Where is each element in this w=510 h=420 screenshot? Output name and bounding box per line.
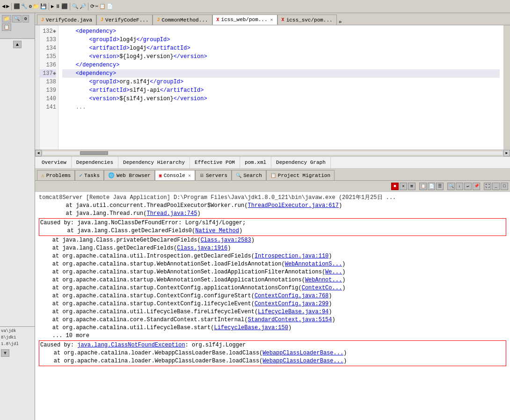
code-line-134: <artifactId>log4j</artifactId> [62,44,500,52]
sidebar-down-arrow[interactable]: ▼ [1,349,9,357]
line-num-134: 134 [40,44,56,52]
error-box-2: Caused by: java.lang.ClassNotFoundExcept… [39,340,506,366]
follow-btn[interactable]: ↓ [456,183,463,190]
link-lifecyclebase-150[interactable]: LifecycleBase.java:150 [214,324,288,331]
h-scroll-track[interactable] [43,151,503,155]
link-threadpoolexecutor[interactable]: ThreadPoolExecutor.java:617 [248,202,338,209]
toolbar-icon-7[interactable]: 💾 [40,3,47,9]
console-line-webapploader-1: at org.apache.catalina.loader.WebappClas… [40,349,505,357]
console-line-1: at java.util.concurrent.ThreadPoolExecut… [39,202,506,210]
select-all-btn[interactable]: ☰ [436,183,444,190]
text-log4j-artifactid: log4j [130,45,146,52]
minimize-btn[interactable]: _ [492,183,500,190]
sidebar-icon-3[interactable]: ⚙ [22,15,29,22]
sidebar-icon-1[interactable]: 📁 [2,15,11,22]
v-scrollbar[interactable] [503,25,510,149]
console-tab-web-browser[interactable]: 🌐 Web Browser [104,170,155,180]
toolbar-icon-8[interactable]: ▶ [51,3,54,9]
tabs-overflow-button[interactable]: » [337,19,344,25]
console-tab-search[interactable]: 🔍 Search [232,170,266,180]
toolbar-icon-15[interactable]: 📋 [99,3,106,9]
tab-icss-svc-pom[interactable]: X icss_svc/pom... [277,15,337,25]
console-tab-project-migration[interactable]: 📋 Project Migration [266,170,335,180]
pin-btn[interactable]: 📌 [473,183,480,190]
h-scroll-left[interactable]: ◀ [35,150,42,156]
nav-tab-effective-pom[interactable]: Effective POM [190,157,240,168]
tab-verifycodef[interactable]: J VerifyCodeF... [96,15,153,25]
link-webannotationset-3[interactable]: WebAnnot... [305,277,342,283]
toolbar-icon-12[interactable]: 🔎 [80,3,86,9]
tab-close-4[interactable]: ✕ [270,17,273,22]
stop-btn[interactable]: ■ [391,183,399,190]
maximize-btn[interactable]: ⛶ [484,183,491,190]
disconnect-btn[interactable]: ✕ [400,183,407,190]
paste-btn[interactable]: 📄 [428,183,435,190]
nav-tab-dependency-hierarchy[interactable]: Dependency Hierarchy [118,157,190,168]
link-contextconfig-1[interactable]: ContextCo... [302,285,342,291]
toolbar-icon-2[interactable]: ▶ [6,3,9,10]
sidebar-icon-2[interactable]: 🔍 [12,15,22,22]
nav-tab-dependency-graph[interactable]: Dependency Graph [271,157,331,168]
console-line-causedby-2: Caused by: java.lang.ClassNotFoundExcept… [40,341,505,349]
link-lifecyclebase-94[interactable]: LifecycleBase.java:94 [258,309,328,315]
nav-tab-overview[interactable]: Overview [37,157,72,168]
link-introspection[interactable]: Introspection.java:110 [255,253,328,259]
toolbar-icon-5[interactable]: ⚙ [29,3,32,9]
caused-by-1-text: Caused by: java.lang.NoClassDefFoundErro… [40,220,246,226]
link-contextconfig-299[interactable]: ContextConfig.java:299 [255,301,328,307]
tab-commonmethod[interactable]: J CommonMethod... [153,15,212,25]
nav-tab-pom-xml[interactable]: pom.xml [240,157,271,168]
sidebar-up-arrow[interactable]: ▲ [13,41,22,48]
find-btn[interactable]: 🔍 [447,183,455,190]
console-tab-console[interactable]: ▣ Console ✕ [155,170,195,180]
toolbar-icon-4[interactable]: 🔧 [21,3,28,9]
nav-tab-dependencies[interactable]: Dependencies [72,157,118,168]
link-standardcontext-5154[interactable]: StandardContext.java:5154 [248,317,332,323]
tab-icss-web-pom[interactable]: X icss_web/pom... ✕ [212,15,277,25]
tab-verifycode-java[interactable]: J VerifyCode.java [37,15,96,25]
toolbar-icon-11[interactable]: 🔍 [72,3,79,9]
wrap-btn[interactable]: ↵ [464,183,472,190]
console-tab-problems[interactable]: ⚠ Problems [37,170,75,180]
toolbar-icon-3[interactable]: ⬛ [14,3,20,9]
console-line-2: at java.lang.Thread.run(Thread.java:745) [39,210,506,218]
tag-version-open-140: <version> [62,96,119,102]
link-contextconfig-768[interactable]: ContextConfig.java:768 [255,293,328,299]
link-class-2583[interactable]: Class.java:2583 [201,237,251,243]
toolbar-icon-9[interactable]: ⏸ [55,3,60,9]
toolbar-icon-14[interactable]: ✂ [95,3,99,9]
console-output[interactable]: tomcat8Server [Remote Java Application] … [35,192,510,420]
sidebar-icon-4[interactable]: 📋 [2,23,11,31]
h-scroll-right[interactable]: ▶ [503,150,510,156]
h-scroll-thumb[interactable] [80,151,108,155]
code-content[interactable]: <dependency> <groupId>log4j</groupId> <a… [58,25,503,149]
separator4 [88,3,88,10]
clear-btn[interactable]: ⊠ [408,183,415,190]
restore-btn[interactable]: □ [501,183,508,190]
caused-by-2-prefix: Caused by: [40,342,77,348]
copy-btn[interactable]: 📋 [419,183,427,190]
console-tab-servers[interactable]: 🖥 Servers [195,170,232,180]
tasks-label: Tasks [84,173,100,178]
link-class-1916[interactable]: Class.java:1916 [177,245,227,251]
toolbar-icon-6[interactable]: 📁 [33,3,39,9]
link-webappclassloaderbase-2[interactable]: WebappClassLoaderBase... [262,358,343,364]
toolbar-icon-1[interactable]: ◀ [2,3,5,10]
code-line-133: <groupId>log4j</groupId> [62,36,500,44]
line-num-133: 133 [40,36,56,44]
link-webappclassloaderbase-1[interactable]: WebappClassLoaderBase... [262,350,343,356]
code-line-140: <version>${slf4j.version}</version> [62,95,500,103]
toolbar-icon-16[interactable]: 📄 [107,3,113,9]
console-tab-close[interactable]: ✕ [188,173,191,178]
toolbar-icon-13[interactable]: ⟳ [90,3,95,9]
link-classnotfoundexception[interactable]: java.lang.ClassNotFoundException [77,342,185,348]
console-tab-tasks[interactable]: ✓ Tasks [75,170,104,180]
tab-label-2: VerifyCodeF... [105,17,148,23]
h-scrollbar[interactable]: ◀ ▶ [35,149,510,156]
link-nativemethod[interactable]: Native Method [195,228,239,234]
link-thread[interactable]: Thread.java:745 [146,210,197,217]
link-webannotationset-2[interactable]: We... [325,269,342,275]
line-num-141: 141 [40,103,56,111]
link-webannotationset-1[interactable]: WebAnnotationS... [285,261,342,267]
toolbar-icon-10[interactable]: ⬛ [61,3,68,9]
